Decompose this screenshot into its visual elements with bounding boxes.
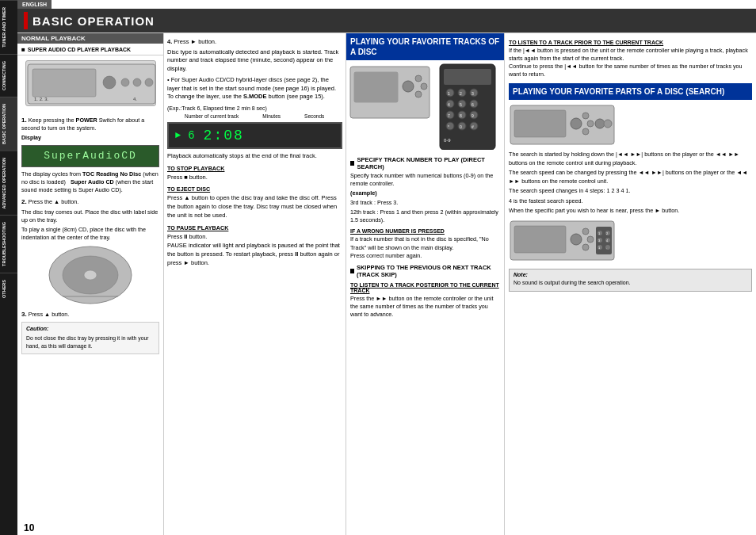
svg-point-48 bbox=[571, 118, 582, 129]
step4-num: 4. bbox=[167, 38, 172, 45]
svg-text:4: 4 bbox=[448, 102, 450, 107]
svg-point-58 bbox=[587, 236, 594, 243]
playing-fav-header: PLAYING YOUR FAVORITE TRACKS OF A DISC bbox=[346, 33, 504, 60]
search-text-2: The search speed can be changed by press… bbox=[509, 169, 752, 185]
to-pause-text: Press II button.PAUSE indicator will lig… bbox=[167, 233, 342, 268]
example-12th: 12th track : Press 1 and then press 2 (w… bbox=[350, 208, 500, 224]
sidebar-tab-troubleshoot[interactable]: TROUBLESHOOTING bbox=[0, 215, 17, 273]
player-svg-2 bbox=[509, 103, 616, 147]
svg-text:6: 6 bbox=[472, 102, 474, 107]
exp-label: (Exp.:Track 6, Elapsed time 2 min 8 sec) bbox=[167, 105, 342, 113]
step3-num: 3. bbox=[21, 311, 27, 318]
sidebar-tab-connecting[interactable]: CONNECTING bbox=[0, 54, 17, 97]
col3-body: SPECIFY TRACK NUMBER TO PLAY (DIRECT SEA… bbox=[346, 154, 504, 323]
play-symbol: ► bbox=[175, 130, 181, 141]
sidebar-tab-advanced[interactable]: ADVANCED OPERATION bbox=[0, 151, 17, 216]
step2-detail2: To play a single (8cm) CD, place the dis… bbox=[21, 226, 159, 242]
svg-point-56 bbox=[571, 234, 582, 245]
step4-bullet: • For Super Audio CD/CD hybrid-layer dis… bbox=[167, 76, 342, 101]
page-title-bar: BASIC OPERATION bbox=[17, 9, 756, 32]
col4-search: TO LISTEN TO A TRACK PRIOR TO THE CURREN… bbox=[505, 33, 756, 535]
to-listen-posterior-section: TO LISTEN TO A TRACK POSTERIOR TO THE CU… bbox=[350, 282, 500, 319]
svg-rect-1 bbox=[32, 69, 96, 97]
title-accent bbox=[24, 12, 28, 29]
disc-svg bbox=[47, 245, 134, 304]
svg-text:4.: 4. bbox=[133, 97, 137, 101]
wrong-number-section: IF A WRONG NUMBER IS PRESSED If a track … bbox=[350, 228, 500, 259]
svg-point-10 bbox=[84, 270, 97, 280]
player-svg: 1. 2. 3. 4. bbox=[26, 61, 157, 107]
sidebar-tab-basic[interactable]: BASIC OPERATION bbox=[0, 97, 17, 151]
cd-diagram-area: 1. 2. 3. 4. bbox=[17, 55, 163, 111]
svg-text:5: 5 bbox=[460, 102, 462, 107]
wrong-number-title: IF A WRONG NUMBER IS PRESSED bbox=[350, 228, 500, 234]
caution-box: Caution: Do not close the disc tray by p… bbox=[21, 322, 159, 354]
to-stop-playback-section: TO STOP PLAYBACK Press ■ button. bbox=[167, 165, 342, 182]
search-text: The search is started by holding down th… bbox=[509, 151, 752, 167]
content-area: NORMAL PLAYBACK SUPER AUDIO CD PLAYER PL… bbox=[17, 32, 756, 535]
svg-point-5 bbox=[145, 78, 153, 86]
player-graphic-search-2: 1 2 3 4 1 . bbox=[509, 219, 752, 264]
player-graphic-top: 1. 2. 3. 4. bbox=[25, 60, 156, 106]
svg-point-59 bbox=[582, 244, 589, 250]
svg-rect-14 bbox=[354, 72, 398, 102]
sidebar: TUNER AND TIMER CONNECTING BASIC OPERATI… bbox=[0, 0, 17, 535]
search-text-3: The search speed changes in 4 steps: 1 2… bbox=[509, 187, 752, 195]
svg-point-49 bbox=[582, 113, 589, 119]
svg-point-15 bbox=[403, 81, 414, 92]
svg-text:0: 0 bbox=[460, 124, 462, 129]
skipping-bullet bbox=[350, 269, 354, 273]
display-cycles-text: The display cycles from TOC Reading No D… bbox=[21, 170, 159, 194]
language-label: ENGLISH bbox=[17, 0, 52, 9]
to-stop-label: TO STOP PLAYBACK bbox=[167, 165, 342, 172]
sidebar-tab-tuner[interactable]: TUNER AND TIMER bbox=[0, 0, 17, 54]
specify-title: SPECIFY TRACK NUMBER TO PLAY (DIRECT SEA… bbox=[357, 156, 500, 170]
playback-stops-text: Playback automatically stops at the end … bbox=[167, 152, 342, 161]
svg-point-17 bbox=[421, 83, 427, 90]
svg-point-2 bbox=[103, 76, 116, 89]
section-header-normal: NORMAL PLAYBACK bbox=[17, 33, 163, 44]
to-eject-label: TO EJECT DISC bbox=[167, 185, 342, 193]
example-3rd: 3rd track : Press 3. bbox=[350, 199, 500, 207]
step1-num: 1. bbox=[21, 117, 27, 124]
col2-playback-steps: 4. Press ► button. Disc type is automati… bbox=[164, 33, 346, 535]
example-label: (example) bbox=[350, 189, 500, 197]
col1-normal-playback: NORMAL PLAYBACK SUPER AUDIO CD PLAYER PL… bbox=[17, 33, 164, 535]
svg-text:0-9: 0-9 bbox=[444, 138, 451, 143]
step2-num: 2. bbox=[21, 198, 27, 205]
search-text-5: When the specific part you wish to hear … bbox=[509, 207, 752, 215]
page-number: 10 bbox=[17, 521, 40, 535]
playing-fav-title: PLAYING YOUR FAVORITE TRACKS OF A DISC bbox=[350, 37, 499, 56]
svg-text:.: . bbox=[606, 246, 607, 250]
svg-text:7: 7 bbox=[448, 113, 450, 118]
svg-text:2: 2 bbox=[460, 91, 462, 96]
to-eject-disc-section: TO EJECT DISC Press ▲ button to open the… bbox=[167, 185, 342, 220]
to-pause-playback-section: TO PAUSE PLAYBACK Press II button.PAUSE … bbox=[167, 224, 342, 268]
svg-text:*: * bbox=[448, 124, 449, 129]
svg-rect-55 bbox=[514, 226, 566, 253]
playing-fav-parts-title: PLAYING YOUR FAVORITE PARTS OF A DISC (S… bbox=[513, 87, 724, 96]
skipping-title: SKIPPING TO THE PREVIOUS OR NEXT TRACK (… bbox=[357, 264, 500, 278]
search-text-4: 4 is the fastest search speed. bbox=[509, 197, 752, 205]
svg-text:#: # bbox=[472, 124, 474, 129]
time-display: 2:08 bbox=[204, 128, 244, 143]
svg-point-50 bbox=[587, 120, 594, 127]
player-graphic-search bbox=[509, 103, 752, 148]
to-listen-prior-text: If the |◄◄ button is pressed on the unit… bbox=[509, 47, 752, 78]
specify-bullet bbox=[350, 161, 354, 166]
svg-text:9: 9 bbox=[472, 113, 474, 118]
disc-image-area bbox=[21, 245, 159, 307]
header-track: Number of current track bbox=[185, 113, 239, 119]
svg-point-52 bbox=[595, 119, 605, 128]
wrong-number-text: If a track number that is not in the dis… bbox=[350, 235, 500, 259]
player-with-remote: 1 2 3 4 5 6 7 8 9 * 0 # 0-9 bbox=[349, 63, 502, 151]
svg-point-4 bbox=[133, 78, 141, 86]
svg-rect-47 bbox=[514, 110, 566, 137]
note-text: No sound is output during the search ope… bbox=[514, 279, 747, 287]
to-eject-text: Press ▲ button to open the disc tray and… bbox=[167, 194, 342, 220]
svg-point-57 bbox=[582, 228, 589, 235]
col4-body: TO LISTEN TO A TRACK PRIOR TO THE CURREN… bbox=[505, 33, 756, 297]
subsection-super-audio: SUPER AUDIO CD PLAYER PLAYBACK bbox=[17, 44, 163, 55]
sidebar-tab-others[interactable]: OTHERS bbox=[0, 273, 17, 304]
svg-point-53 bbox=[604, 120, 612, 128]
